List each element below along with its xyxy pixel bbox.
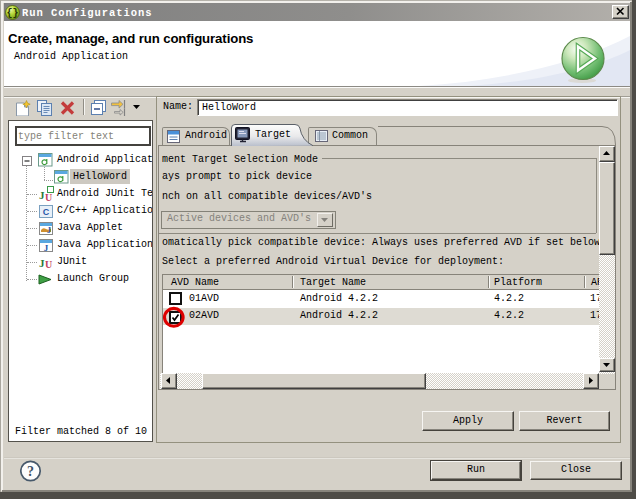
svg-text:U: U [45, 259, 52, 270]
svg-text:U: U [45, 192, 52, 202]
svg-text:C: C [43, 207, 50, 217]
svg-text:?: ? [27, 464, 34, 479]
svg-text:J: J [44, 243, 49, 253]
svg-text:{}: {} [6, 8, 18, 19]
svg-text:J: J [47, 226, 51, 235]
